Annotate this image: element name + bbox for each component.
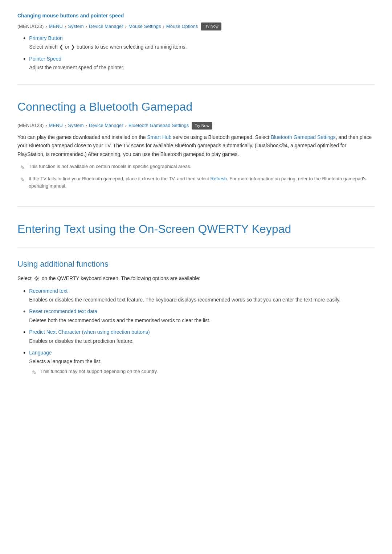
list-item-reset-recommended: • Reset recommended text data Deletes bo… bbox=[23, 307, 375, 324]
section-bluetooth-gamepad: Connecting a Bluetooth Gamepad (MENU/123… bbox=[17, 98, 375, 207]
bluetooth-settings-link[interactable]: Bluetooth Gamepad Settings bbox=[271, 134, 336, 140]
refresh-link[interactable]: Refresh bbox=[211, 176, 227, 181]
breadcrumb-bt-device-manager[interactable]: Device Manager bbox=[89, 122, 123, 130]
pencil-icon-3: ✎ bbox=[32, 368, 37, 377]
additional-intro: Select on the QWERTY keyboard screen. Th… bbox=[17, 274, 375, 283]
additional-functions-title: Using additional functions bbox=[17, 258, 375, 270]
breadcrumb-mouse: (MENU/123) › MENU › System › Device Mana… bbox=[17, 22, 375, 30]
section-additional-functions: Using additional functions Select on the… bbox=[17, 258, 375, 380]
try-now-badge-mouse[interactable]: Try Now bbox=[201, 22, 221, 30]
recommend-text-desc: Enables or disables the recommended text… bbox=[29, 296, 340, 304]
list-item-language: • Language Selects a language from the l… bbox=[23, 349, 375, 380]
list-item-pointer-speed: • Pointer Speed Adjust the movement spee… bbox=[23, 55, 375, 72]
breadcrumb-bt-system[interactable]: System bbox=[68, 122, 83, 130]
note-item-2: ✎ If the TV fails to find your Bluetooth… bbox=[20, 175, 375, 190]
pointer-speed-title: Pointer Speed bbox=[29, 55, 124, 63]
try-now-badge-bluetooth[interactable]: Try Now bbox=[192, 122, 212, 130]
bullet-dot-5: • bbox=[23, 328, 25, 337]
note-text-1: This function is not available on certai… bbox=[29, 163, 191, 170]
bullet-dot-2: • bbox=[23, 55, 25, 64]
breadcrumb-device-manager[interactable]: Device Manager bbox=[89, 23, 123, 30]
breadcrumb-system[interactable]: System bbox=[68, 23, 83, 30]
primary-button-title: Primary Button bbox=[29, 34, 187, 42]
language-title: Language bbox=[29, 349, 158, 357]
language-desc: Selects a language from the list. bbox=[29, 357, 158, 365]
breadcrumb-bt-menu[interactable]: MENU bbox=[49, 122, 63, 130]
smart-hub-link[interactable]: Smart Hub bbox=[147, 134, 172, 140]
language-note-text: This function may not support depending … bbox=[40, 368, 158, 375]
recommend-text-title: Recommend text bbox=[29, 287, 340, 295]
pencil-icon-1: ✎ bbox=[20, 163, 25, 172]
breadcrumb-bt-gamepad-settings[interactable]: Bluetooth Gamepad Settings bbox=[128, 122, 189, 130]
mouse-bullet-list: • Primary Button Select which ❮ or ❯ but… bbox=[23, 34, 375, 72]
list-item-predict-next: • Predict Next Character (when using dir… bbox=[23, 328, 375, 345]
bullet-dot-6: • bbox=[23, 349, 25, 358]
section-mouse-title: Changing mouse buttons and pointer speed bbox=[17, 12, 375, 20]
breadcrumb-mouse-options[interactable]: Mouse Options bbox=[166, 23, 198, 30]
section-mouse-buttons: Changing mouse buttons and pointer speed… bbox=[17, 12, 375, 85]
breadcrumb-mouse-settings[interactable]: Mouse Settings bbox=[128, 23, 161, 30]
section-qwerty: Entering Text using the On-Screen QWERTY… bbox=[17, 220, 375, 247]
list-item-recommend-text: • Recommend text Enables or disables the… bbox=[23, 287, 375, 304]
note-text-2: If the TV fails to find your Bluetooth g… bbox=[29, 175, 375, 190]
qwerty-title: Entering Text using the On-Screen QWERTY… bbox=[17, 220, 375, 238]
gear-icon bbox=[34, 276, 40, 282]
breadcrumb-menu123: (MENU/123) bbox=[17, 23, 44, 30]
note-item-1: ✎ This function is not available on cert… bbox=[20, 163, 375, 172]
breadcrumb-bluetooth: (MENU/123) › MENU › System › Device Mana… bbox=[17, 122, 375, 130]
pencil-icon-2: ✎ bbox=[20, 176, 25, 184]
pointer-speed-desc: Adjust the movement speed of the pointer… bbox=[29, 63, 124, 71]
breadcrumb-menu[interactable]: MENU bbox=[49, 23, 63, 30]
language-note: ✎ This function may not support dependin… bbox=[32, 368, 158, 377]
reset-recommended-title: Reset recommended text data bbox=[29, 307, 211, 315]
bluetooth-body-text: You can play the games downloaded and in… bbox=[17, 133, 375, 158]
list-item-primary-button: • Primary Button Select which ❮ or ❯ but… bbox=[23, 34, 375, 51]
language-notes: ✎ This function may not support dependin… bbox=[32, 368, 158, 377]
primary-button-desc: Select which ❮ or ❯ buttons to use when … bbox=[29, 43, 187, 51]
reset-recommended-desc: Deletes both the recommended words and t… bbox=[29, 316, 211, 324]
predict-next-title: Predict Next Character (when using direc… bbox=[29, 328, 150, 336]
svg-point-0 bbox=[36, 278, 37, 279]
predict-next-desc: Enables or disables the text prediction … bbox=[29, 337, 150, 345]
breadcrumb-bt-menu123: (MENU/123) bbox=[17, 122, 44, 130]
bluetooth-notes: ✎ This function is not available on cert… bbox=[20, 163, 375, 190]
bullet-dot: • bbox=[23, 34, 25, 43]
bullet-dot-4: • bbox=[23, 307, 25, 316]
bluetooth-gamepad-title: Connecting a Bluetooth Gamepad bbox=[17, 98, 375, 116]
additional-bullet-list: • Recommend text Enables or disables the… bbox=[23, 287, 375, 380]
bullet-dot-3: • bbox=[23, 287, 25, 296]
